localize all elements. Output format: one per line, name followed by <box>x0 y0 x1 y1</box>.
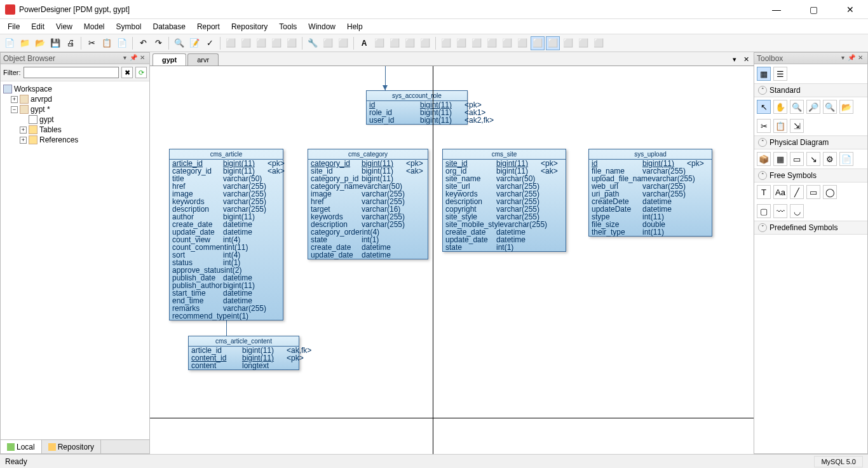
canvas[interactable]: sys_account_role idbigint(11)<pk>role_id… <box>150 66 754 454</box>
tool-icon[interactable]: ⬜ <box>439 36 453 50</box>
copy-icon[interactable]: 📋 <box>100 36 114 50</box>
properties-icon[interactable]: 📝 <box>187 36 201 50</box>
ellipse-icon[interactable]: ◯ <box>823 185 837 199</box>
pin-icon[interactable]: 📌 <box>129 54 138 63</box>
check-icon[interactable]: ✓ <box>203 36 217 50</box>
entity-sys-account-role[interactable]: sys_account_role idbigint(11)<pk>role_id… <box>366 90 468 125</box>
menu-repository[interactable]: Repository <box>226 20 273 33</box>
menu-tools[interactable]: Tools <box>274 20 302 33</box>
tab-local[interactable]: Local <box>1 440 42 453</box>
new-icon[interactable]: 📄 <box>3 36 17 50</box>
chevron-down-icon[interactable]: ▾ <box>120 54 129 63</box>
pointer-icon[interactable]: ↖ <box>757 100 771 114</box>
entity-cms-article-content[interactable]: cms_article_content article_idbigint(11)… <box>188 336 299 370</box>
paste-icon[interactable]: 📋 <box>773 119 787 133</box>
text-icon[interactable]: A <box>357 36 371 50</box>
line-icon[interactable]: ╱ <box>790 185 804 199</box>
entity-cms-category[interactable]: cms_category category_idbigint(11)<pk>si… <box>308 149 428 259</box>
procedure-icon[interactable]: ⚙ <box>823 152 837 166</box>
zoom-out-icon[interactable]: 🔎 <box>806 100 820 114</box>
tree-node-arvrpd[interactable]: +arvrpd <box>2 94 148 104</box>
tool-icon[interactable]: ⬜ <box>485 36 499 50</box>
category-view-icon[interactable]: ▦ <box>757 67 771 81</box>
menu-window[interactable]: Window <box>303 20 341 33</box>
tree-node-gypt-diagram[interactable]: gypt <box>2 114 148 125</box>
save-icon[interactable]: 💾 <box>48 36 62 50</box>
tool-icon[interactable]: ⬜ <box>454 36 468 50</box>
tool-icon[interactable]: ⬜ <box>515 36 529 50</box>
entity-cms-article[interactable]: cms_article article_idbigint(11)<pk>cate… <box>169 149 283 320</box>
expand-icon[interactable]: + <box>11 96 18 103</box>
tree-node-references[interactable]: +References <box>2 135 148 145</box>
canvas-inner[interactable]: sys_account_role idbigint(11)<pk>role_id… <box>150 66 754 454</box>
section-physical[interactable]: ˄Physical Diagram <box>754 135 867 149</box>
menu-model[interactable]: Model <box>79 20 110 33</box>
title-icon[interactable]: T <box>757 185 771 199</box>
menu-edit[interactable]: Edit <box>26 20 50 33</box>
menu-view[interactable]: View <box>51 20 78 33</box>
rounded-rect-icon[interactable]: ▢ <box>757 204 771 218</box>
tool-icon[interactable]: ⬜ <box>576 36 590 50</box>
tool-icon[interactable]: ⬜ <box>254 36 268 50</box>
section-standard[interactable]: ˄Standard <box>754 83 867 97</box>
tool-icon[interactable]: ⬜ <box>269 36 283 50</box>
undo-icon[interactable]: ↶ <box>136 36 150 50</box>
doctab-arvr[interactable]: arvr <box>187 53 219 65</box>
file-icon[interactable]: 📄 <box>839 152 853 166</box>
tool-icon[interactable]: ⬜ <box>561 36 575 50</box>
tool-icon[interactable]: ⬜ <box>403 36 417 50</box>
close-icon[interactable]: ✕ <box>856 54 865 63</box>
menu-database[interactable]: Database <box>148 20 191 33</box>
tool-icon[interactable]: ⬜ <box>470 36 484 50</box>
open-diagram-icon[interactable]: 📂 <box>839 100 853 114</box>
filter-input[interactable] <box>24 67 119 78</box>
menu-file[interactable]: File <box>3 20 25 33</box>
zoom-icon[interactable]: 🔍 <box>823 100 837 114</box>
print-icon[interactable]: 🖨 <box>64 36 78 50</box>
cut-icon[interactable]: ✂ <box>85 36 98 50</box>
menu-help[interactable]: Help <box>342 20 368 33</box>
tool-icon[interactable]: ⬜ <box>321 36 335 50</box>
tool-icon[interactable]: ⬜ <box>531 36 545 50</box>
dropdown-icon[interactable]: ▾ <box>729 55 740 65</box>
tool-icon[interactable]: ⬜ <box>224 36 238 50</box>
doctab-gypt[interactable]: gypt <box>153 53 186 65</box>
pin-icon[interactable]: 📌 <box>847 54 856 63</box>
tool-icon[interactable]: ⬜ <box>546 36 560 50</box>
expand-icon[interactable]: + <box>20 127 27 134</box>
tree-node-workspace[interactable]: Workspace <box>2 84 148 94</box>
link-icon[interactable]: ⇲ <box>790 119 804 133</box>
cut-icon[interactable]: ✂ <box>757 119 771 133</box>
tree[interactable]: Workspace +arvrpd −gypt * gypt +Tables +… <box>1 81 149 439</box>
tool-icon[interactable]: ⬜ <box>388 36 402 50</box>
rect-icon[interactable]: ▭ <box>806 185 820 199</box>
arc-icon[interactable]: ◡ <box>790 204 804 218</box>
tool-icon[interactable]: ⬜ <box>592 36 606 50</box>
tool-icon[interactable]: ⬜ <box>372 36 386 50</box>
table-icon[interactable]: ▦ <box>773 152 787 166</box>
reference-icon[interactable]: ↘ <box>806 152 820 166</box>
entity-cms-site[interactable]: cms_site site_idbigint(11)<pk>org_idbigi… <box>442 149 566 252</box>
entity-sys-upload[interactable]: sys_upload idbigint(11)<pk>file_namevarc… <box>588 149 712 237</box>
tool-icon[interactable]: ⬜ <box>285 36 299 50</box>
close-button[interactable]: ✕ <box>837 1 863 18</box>
package-icon[interactable]: 📦 <box>757 152 771 166</box>
tool-icon[interactable]: ⬜ <box>336 36 350 50</box>
refresh-icon[interactable]: ⟳ <box>135 67 147 78</box>
list-view-icon[interactable]: ☰ <box>773 67 787 81</box>
tree-node-gypt[interactable]: −gypt * <box>2 104 148 114</box>
open-icon[interactable]: 📂 <box>33 36 47 50</box>
chevron-down-icon[interactable]: ▾ <box>838 54 847 63</box>
maximize-button[interactable]: ▢ <box>801 1 826 18</box>
tool-icon[interactable]: 🔧 <box>306 36 320 50</box>
minimize-button[interactable]: — <box>764 1 789 18</box>
close-tab-icon[interactable]: ✕ <box>741 55 751 65</box>
view-icon[interactable]: ▭ <box>790 152 804 166</box>
find-icon[interactable]: 🔍 <box>172 36 186 50</box>
section-predefined[interactable]: ˅Predefined Symbols <box>754 221 867 235</box>
section-free[interactable]: ˄Free Symbols <box>754 169 867 182</box>
menu-report[interactable]: Report <box>192 20 225 33</box>
tool-icon[interactable]: ⬜ <box>500 36 514 50</box>
close-icon[interactable]: ✕ <box>138 54 147 63</box>
tool-icon[interactable]: ⬜ <box>239 36 253 50</box>
